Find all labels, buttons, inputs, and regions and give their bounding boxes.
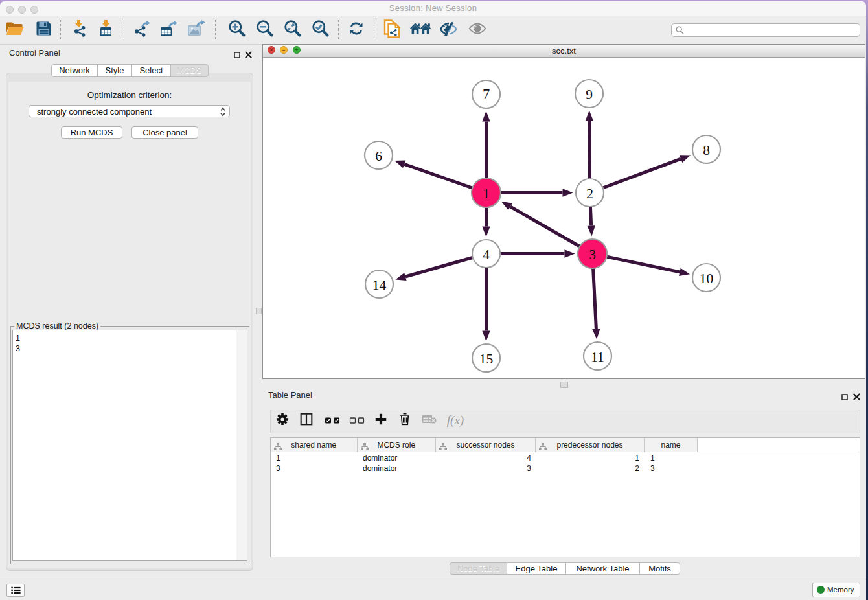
svg-text:10: 10 [700, 271, 714, 286]
svg-text:6: 6 [375, 148, 382, 164]
svg-text:7: 7 [483, 86, 490, 102]
svg-text:3: 3 [589, 247, 596, 262]
svg-text:9: 9 [586, 87, 593, 102]
svg-text:8: 8 [703, 143, 710, 158]
svg-text:1: 1 [483, 186, 490, 202]
svg-text:14: 14 [372, 277, 387, 293]
svg-text:4: 4 [483, 247, 490, 262]
svg-text:11: 11 [591, 349, 604, 365]
svg-text:15: 15 [479, 351, 494, 367]
svg-text:2: 2 [586, 186, 593, 202]
